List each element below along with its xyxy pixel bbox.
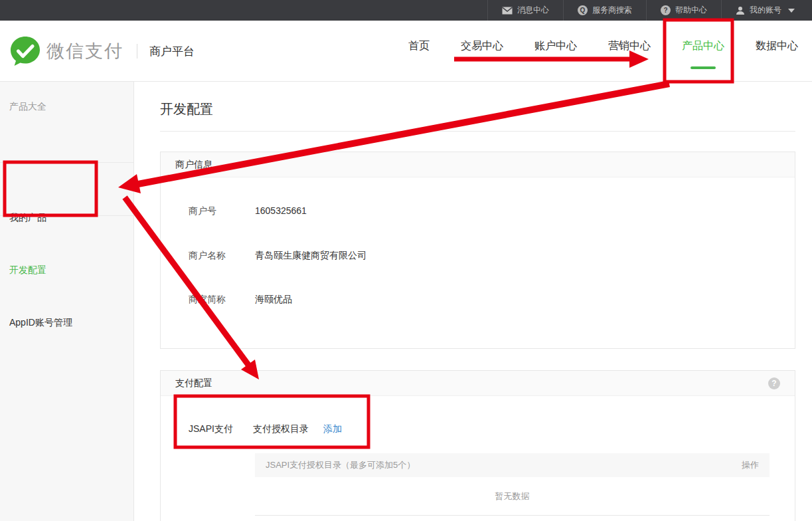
nav-item-marketing-center[interactable]: 营销中心 [608,33,651,70]
field-value-merchant-id: 1605325661 [255,205,307,217]
field-row-merchant-name: 商户名称 青岛颐生康健商贸有限公司 [161,250,795,262]
add-directory-link[interactable]: 添加 [323,423,342,435]
topbar-item-help[interactable]: ? 帮助中心 [646,0,721,21]
nav-item-data-center[interactable]: 数据中心 [756,33,798,70]
field-label: 商户号 [189,205,255,217]
sidebar-item-appid-management[interactable]: AppID账号管理 [9,317,72,329]
active-nav-underline [690,66,716,69]
auth-table-header-action: 操作 [742,459,759,471]
jsapi-pay-label: JSAPI支付 [189,423,253,435]
header: 微信支付 商户平台 首页 交易中心 账户中心 营销中心 产品中心 数据中心 [0,21,812,82]
payment-card-title: 支付配置 [175,377,212,389]
nav-item-account-center[interactable]: 账户中心 [534,33,577,70]
nav-item-product-center[interactable]: 产品中心 [682,33,724,70]
topbar-item-label: 消息中心 [517,5,549,16]
field-label: 商户名称 [189,250,255,262]
sidebar-item-dev-config[interactable]: 开发配置 [9,264,46,276]
title-divider [160,131,795,132]
brand-name: 微信支付 [46,39,123,63]
payment-config-card: 支付配置 ? JSAPI支付 支付授权目录 添加 JSAPI支付授权目录（最多可… [160,370,795,521]
provider-search-icon: Q [578,5,588,15]
auth-directory-label: 支付授权目录 [253,423,309,435]
field-row-merchant-id: 商户号 1605325661 [161,205,795,217]
chevron-down-icon [788,9,795,13]
topbar-item-messages[interactable]: 消息中心 [487,0,563,21]
field-label: 商家简称 [189,294,255,306]
wechat-pay-logo-icon [9,35,41,67]
brand: 微信支付 商户平台 [9,21,195,82]
sidebar-item-my-products[interactable]: 我的产品 [9,212,46,224]
topbar-item-label: 服务商搜索 [592,5,632,16]
sidebar-section-label: 产品大全 [9,101,46,113]
help-icon: ? [661,5,671,15]
help-icon[interactable]: ? [768,377,780,389]
jsapi-pay-row: JSAPI支付 支付授权目录 添加 [161,423,795,435]
user-icon [736,6,745,15]
field-row-merchant-short-name: 商家简称 海颐优品 [161,294,795,306]
auth-table-header-title: JSAPI支付授权目录（最多可添加5个） [266,459,415,471]
auth-table-header: JSAPI支付授权目录（最多可添加5个） 操作 [255,453,770,477]
field-value-merchant-name: 青岛颐生康健商贸有限公司 [255,250,366,262]
brand-platform: 商户平台 [149,44,195,59]
topbar-item-label: 我的账号 [750,5,781,16]
sidebar-divider [0,162,134,163]
sidebar-divider [0,215,134,216]
merchant-card-header: 商户信息 [161,152,795,177]
merchant-card-title: 商户信息 [175,159,212,171]
nav-item-home[interactable]: 首页 [408,33,430,70]
empty-state-text: 暂无数据 [255,477,770,516]
topbar: 消息中心 Q 服务商搜索 ? 帮助中心 我的账号 [0,0,812,21]
main-nav: 首页 交易中心 账户中心 营销中心 产品中心 数据中心 [408,21,798,82]
nav-item-transaction-center[interactable]: 交易中心 [461,33,503,70]
merchant-info-card: 商户信息 商户号 1605325661 商户名称 青岛颐生康健商贸有限公司 商家… [160,152,795,349]
sidebar: 产品大全 我的产品 开发配置 AppID账号管理 [0,82,134,521]
field-value-merchant-short-name: 海颐优品 [255,294,292,306]
brand-separator [137,44,137,58]
topbar-item-provider-search[interactable]: Q 服务商搜索 [563,0,646,21]
topbar-item-label: 帮助中心 [675,5,707,16]
page-title: 开发配置 [160,100,213,118]
nav-item-label: 产品中心 [682,40,724,51]
auth-directory-table: JSAPI支付授权目录（最多可添加5个） 操作 暂无数据 [255,453,770,516]
payment-card-header: 支付配置 ? [161,371,795,396]
topbar-item-account[interactable]: 我的账号 [721,0,812,21]
mail-icon [502,7,513,15]
